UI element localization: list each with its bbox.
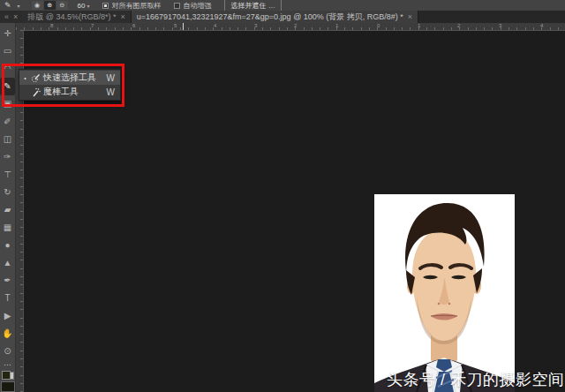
add-to-selection-button[interactable]: ⊕ xyxy=(44,1,56,10)
clone-stamp-icon: ⊤ xyxy=(4,170,11,179)
lasso-icon: ◠ xyxy=(4,64,11,73)
eyedropper-tool[interactable]: ✐ xyxy=(0,113,16,131)
shortcut-key: W xyxy=(107,73,117,83)
marquee-icon: ▭ xyxy=(4,46,11,56)
history-brush-icon: ↻ xyxy=(4,187,11,197)
path-selection-tool[interactable]: ▶ xyxy=(0,307,16,325)
move-tool[interactable]: ✛ xyxy=(0,25,16,42)
type-tool[interactable]: T xyxy=(0,290,16,307)
move-icon: ✛ xyxy=(4,28,11,38)
marquee-tool[interactable]: ▭ xyxy=(0,42,16,60)
tab-2-title: u=1667917041,32321927&fm=27&gp=0.jpg @ 1… xyxy=(137,11,403,23)
hand-tool[interactable]: ✋ xyxy=(0,325,16,343)
zoom-tool[interactable]: ⊙ xyxy=(0,343,16,360)
history-brush-tool[interactable]: ↻ xyxy=(0,184,16,201)
gradient-tool[interactable]: ▦ xyxy=(0,219,16,237)
flyout-item-label: 快速选择工具 xyxy=(43,72,104,84)
magic-wand-icon xyxy=(30,87,41,97)
new-selection-button[interactable]: ◉ xyxy=(32,1,43,10)
shortcut-key: W xyxy=(107,87,117,97)
tab-stub-close-icon[interactable]: × xyxy=(13,12,18,21)
tab-document-1[interactable]: 排版 @ 34.5%(RGB/8*) * × xyxy=(22,11,131,23)
auto-enhance-label: 自动增强 xyxy=(183,1,211,11)
crop-tool[interactable]: ▣ xyxy=(0,95,16,113)
tools-panel: ✛ ▭ ◠ ✎ ▣ ✐ ◫ ✑ ⊤ ↻ ▰ ▦ ● ▲ ✒ T ▶ ✋ ⊙ ⋯ xyxy=(0,23,16,392)
gradient-icon: ▦ xyxy=(4,222,11,232)
edit-toolbar-button[interactable]: ⋯ xyxy=(4,360,11,369)
tool-preset-caret-icon[interactable]: ▾ xyxy=(18,3,20,9)
brush-icon: ✑ xyxy=(4,152,11,162)
brush-tool[interactable]: ✑ xyxy=(0,148,16,166)
pen-tool[interactable]: ✒ xyxy=(0,272,16,290)
crop-icon: ▣ xyxy=(4,99,11,109)
portrait-man-image xyxy=(374,194,515,392)
dodge-tool[interactable]: ▲ xyxy=(0,254,16,272)
tab-1-close-icon[interactable]: × xyxy=(120,12,124,21)
document-tab-bar: « × 排版 @ 34.5%(RGB/8*) * × u=1667917041,… xyxy=(0,11,565,23)
tab-overflow-stub[interactable]: « × xyxy=(0,11,22,23)
clone-stamp-tool[interactable]: ⊤ xyxy=(0,166,16,184)
selection-mode-group: ◉ ⊕ ⊖ xyxy=(32,1,68,10)
auto-enhance-checkbox[interactable] xyxy=(174,3,180,9)
auto-enhance-option[interactable]: 自动增强 xyxy=(174,1,211,11)
quick-selection-tool[interactable]: ✎ xyxy=(0,78,15,95)
healing-brush-tool[interactable]: ◫ xyxy=(0,131,16,148)
tool-options-bar: ✎ ▾ ◉ ⊕ ⊖ 60 ▾ 对所有图层取样 自动增强 选择并遮住 … xyxy=(0,0,565,11)
foreground-color-large-swatch[interactable] xyxy=(1,381,15,392)
watermark-text: 头条号 / 禾刀的摄影空间 xyxy=(387,369,565,390)
portrait-photo[interactable] xyxy=(374,194,515,392)
eraser-icon: ▰ xyxy=(4,205,11,215)
hand-icon: ✋ xyxy=(2,328,12,338)
pen-icon: ✒ xyxy=(4,275,11,285)
flyout-item-quick-selection[interactable]: • 快速选择工具 W xyxy=(19,71,120,85)
foreground-color-swatch[interactable] xyxy=(2,371,11,380)
tab-document-2-active[interactable]: u=1667917041,32321927&fm=27&gp=0.jpg @ 1… xyxy=(132,11,418,23)
active-tool-bullet: • xyxy=(23,75,27,81)
flyout-item-label: 魔棒工具 xyxy=(43,86,104,98)
subtract-from-selection-button[interactable]: ⊖ xyxy=(56,1,68,10)
healing-brush-icon: ◫ xyxy=(4,134,11,144)
photoshop-window: ✎ ▾ ◉ ⊕ ⊖ 60 ▾ 对所有图层取样 自动增强 选择并遮住 … « × … xyxy=(0,0,565,392)
brush-size-dropdown[interactable]: 60 ▾ xyxy=(78,2,90,10)
dodge-icon: ▲ xyxy=(4,258,12,268)
tab-2-close-icon[interactable]: × xyxy=(408,12,412,21)
sample-all-layers-label: 对所有图层取样 xyxy=(111,1,161,11)
ruler-ticks xyxy=(16,27,565,30)
brush-size-caret-icon: ▾ xyxy=(87,3,89,9)
lasso-tool[interactable]: ◠ xyxy=(0,60,16,78)
quick-selection-icon: ✎ xyxy=(4,81,11,91)
tab-overflow-icon[interactable]: « xyxy=(4,12,9,21)
color-swatches[interactable] xyxy=(2,371,14,380)
ellipsis-icon: ⋯ xyxy=(4,360,11,369)
tool-preset-icon[interactable]: ✎ xyxy=(4,1,11,10)
zoom-icon: ⊙ xyxy=(4,346,11,356)
sample-all-layers-checkbox[interactable] xyxy=(102,3,109,9)
path-selection-icon: ▶ xyxy=(4,311,11,320)
quick-selection-icon xyxy=(30,72,41,83)
tool-flyout-menu: • 快速选择工具 W 魔棒工具 W xyxy=(19,69,121,101)
blur-icon: ● xyxy=(4,240,10,250)
horizontal-ruler[interactable]: 9 8 7 6 5 4 3 2 1 0 1 2 3 4 xyxy=(16,23,565,31)
brush-size-value: 60 xyxy=(78,2,86,10)
tab-1-title: 排版 @ 34.5%(RGB/8*) * xyxy=(27,11,116,23)
blur-tool[interactable]: ● xyxy=(0,237,16,254)
eyedropper-icon: ✐ xyxy=(4,117,11,126)
flyout-item-magic-wand[interactable]: 魔棒工具 W xyxy=(19,85,120,99)
sample-all-layers-option[interactable]: 对所有图层取样 xyxy=(102,1,161,11)
eraser-tool[interactable]: ▰ xyxy=(0,201,16,219)
type-icon: T xyxy=(4,293,10,303)
